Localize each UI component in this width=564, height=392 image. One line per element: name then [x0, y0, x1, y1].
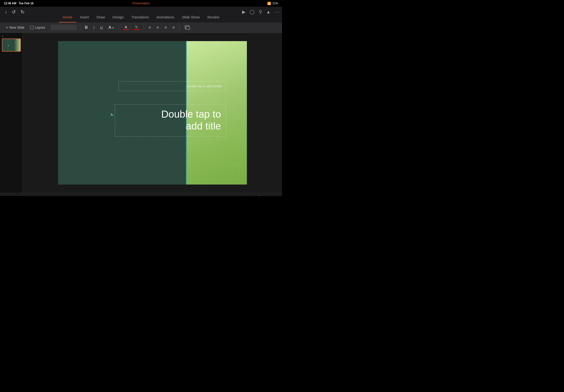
- tab-animations[interactable]: Animations: [153, 12, 178, 22]
- comments-label: Comments: [263, 196, 278, 196]
- slide-thumb-dot: [8, 45, 9, 46]
- new-slide-label: New Slide: [9, 26, 24, 29]
- divider-1: [80, 25, 80, 30]
- divider-3: [144, 25, 144, 30]
- tab-slideshow[interactable]: Slide Show: [178, 12, 204, 22]
- title-box[interactable]: Double tap toadd title: [115, 104, 226, 137]
- bullets-button[interactable]: ≡: [147, 24, 153, 31]
- tab-home[interactable]: Home: [59, 12, 76, 22]
- font-color-indicator: A: [124, 25, 128, 30]
- deco-arrows: [228, 41, 247, 184]
- toolbar-area: ‹ ↺ ↻ Presentation ▶ ◯ ⚲ ▲ ⋯ Home Insert…: [0, 7, 282, 33]
- more-icon[interactable]: ⋯: [275, 9, 279, 14]
- decorative-arrows-icon: [228, 151, 245, 180]
- font-color-button[interactable]: A: [122, 24, 130, 31]
- slide-thumbnail[interactable]: [2, 39, 21, 52]
- notes-icon: ☍: [239, 195, 243, 196]
- subtitle-box[interactable]: Double tap to add subtitle: [118, 81, 226, 91]
- comments-button[interactable]: ☎ Comments: [257, 195, 278, 196]
- search-icon[interactable]: ⚲: [259, 9, 262, 14]
- layout-icon: [30, 26, 33, 29]
- tab-transitions[interactable]: Transitions: [128, 12, 153, 22]
- slide-thumb-inner: [2, 39, 20, 51]
- time-display: 12:36 AM Tue Feb 16: [4, 2, 33, 5]
- tab-draw[interactable]: Draw: [93, 12, 109, 22]
- bold-button[interactable]: B: [83, 24, 90, 31]
- highlight-button[interactable]: ✎: [132, 24, 141, 31]
- slide-info: Slide 1 of 1: [4, 196, 19, 196]
- tab-design[interactable]: Design: [109, 12, 128, 22]
- tab-review[interactable]: Review: [204, 12, 223, 22]
- toolbar-right-icons: ▶ ◯ ⚲ ▲ ⋯: [242, 9, 279, 14]
- new-slide-button[interactable]: + New Slide: [4, 24, 26, 31]
- numbered-button[interactable]: ≡: [155, 24, 161, 31]
- battery-icon: 21%: [273, 2, 278, 5]
- italic-button[interactable]: I: [92, 24, 96, 30]
- time: 12:36 AM: [4, 2, 16, 5]
- layout-button[interactable]: Layout: [28, 25, 47, 30]
- comments-icon: ☎: [257, 195, 262, 196]
- notes-button[interactable]: ☍ Notes: [239, 195, 252, 196]
- slide-number: 1: [2, 35, 21, 38]
- bottom-right-actions: ☍ Notes ☎ Comments: [239, 195, 278, 196]
- bottom-bar: Slide 1 of 1 ☍ Notes ☎ Comments: [0, 193, 282, 196]
- divider-4: [179, 25, 180, 30]
- font-size-button[interactable]: A a: [107, 24, 116, 31]
- slide-canvas: Double tap to add subtitle Double tap to…: [58, 41, 247, 184]
- plus-icon: +: [6, 25, 8, 30]
- resize-handle[interactable]: [111, 113, 114, 116]
- main-area: 1 Do: [0, 33, 282, 193]
- battery-percent: 21%: [273, 2, 278, 5]
- date: Tue Feb 16: [19, 2, 33, 5]
- notes-label: Notes: [244, 196, 252, 196]
- svg-rect-1: [186, 27, 190, 29]
- canvas-area: Double tap to add subtitle Double tap to…: [23, 33, 282, 193]
- layers-icon: [184, 25, 190, 30]
- layout-label: Layout: [35, 26, 45, 29]
- status-bar: 12:36 AM Tue Feb 16 📶 21%: [0, 0, 282, 7]
- layers-button[interactable]: [183, 24, 192, 31]
- font-size-A-icon: A: [109, 25, 111, 30]
- tab-insert[interactable]: Insert: [76, 12, 93, 22]
- share-icon[interactable]: ▲: [266, 10, 271, 14]
- title-placeholder: Double tap toadd title: [120, 108, 221, 132]
- indent-button[interactable]: ≡: [163, 24, 168, 31]
- play-icon[interactable]: ▶: [242, 9, 246, 14]
- tabs-row: Home Insert Draw Design Transitions Anim…: [0, 7, 282, 22]
- underline-button[interactable]: U: [98, 24, 105, 30]
- back-button[interactable]: ‹: [3, 10, 9, 14]
- status-icons: 📶 21%: [267, 2, 278, 5]
- subtitle-placeholder: Double tap to add subtitle: [122, 84, 222, 88]
- align-button[interactable]: ≡: [171, 24, 177, 31]
- format-toolbar: + New Slide Layout B I U A a A ✎ ≡ ≡ ≡ ≡: [0, 22, 282, 32]
- wifi-icon: 📶: [267, 2, 271, 5]
- highlight-indicator: ✎: [134, 25, 139, 30]
- divider-2: [119, 25, 119, 30]
- font-name-input[interactable]: [51, 25, 77, 30]
- font-size-a-icon: a: [112, 26, 114, 29]
- slide-panel: 1: [0, 33, 23, 193]
- lightbulb-icon[interactable]: ◯: [250, 9, 255, 14]
- undo-button[interactable]: ↺: [9, 10, 18, 14]
- redo-button[interactable]: ↻: [18, 10, 27, 14]
